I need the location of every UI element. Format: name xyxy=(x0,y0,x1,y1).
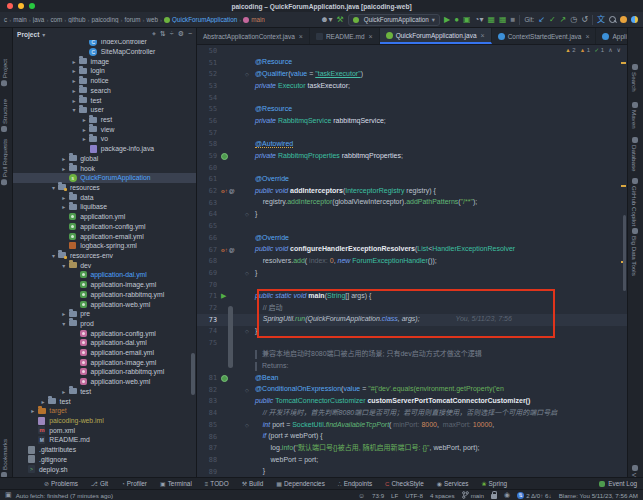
tree-item-test[interactable]: ▸test xyxy=(13,95,196,105)
close-icon[interactable]: × xyxy=(369,33,373,40)
close-icon[interactable]: × xyxy=(481,32,485,39)
breadcrumb-item-QuickForumApplication[interactable]: QuickForumApplication xyxy=(164,16,237,23)
expand-collapse-icon[interactable]: ⇅ xyxy=(160,30,166,38)
chevron-collapsed-icon[interactable]: ▸ xyxy=(59,194,68,201)
chevron-collapsed-icon[interactable]: ▸ xyxy=(59,310,68,317)
fold-icon[interactable]: ◇ xyxy=(239,71,255,77)
breadcrumb-item-c[interactable]: c xyxy=(4,16,7,23)
tree-item-deploy.sh[interactable]: >deploy.sh xyxy=(13,464,196,474)
chevron-collapsed-icon[interactable]: ▸ xyxy=(39,398,48,405)
tree-item-notice[interactable]: ▸notice xyxy=(13,76,196,86)
tree-item-user[interactable]: ▾user xyxy=(13,105,196,115)
tree-item-application-image.yml[interactable]: application-image.yml xyxy=(13,357,196,367)
editor-scrollbar[interactable] xyxy=(623,215,626,291)
tree-item-application-rabbitmq.yml[interactable]: application-rabbitmq.yml xyxy=(13,367,196,377)
tree-item-application-image.yml[interactable]: application-image.yml xyxy=(13,280,196,290)
breadcrumb-item-com[interactable]: com xyxy=(50,16,62,23)
toolwindow-git[interactable]: ⎇Git xyxy=(91,480,108,487)
breadcrumb-item-main[interactable]: main xyxy=(243,16,265,23)
tree-item-application-web.yml[interactable]: application-web.yml xyxy=(13,299,196,309)
breadcrumb-item-paicoding[interactable]: paicoding xyxy=(91,16,118,23)
tool-window-toggle-icon[interactable]: ▣ xyxy=(5,491,12,499)
tree-item-login[interactable]: ▸login xyxy=(13,66,196,76)
tree-item-IndexController[interactable]: CIndexController xyxy=(13,40,196,47)
prev-problem-icon[interactable]: ∧ xyxy=(608,46,612,53)
chevron-collapsed-icon[interactable]: ▸ xyxy=(80,135,89,142)
translate-icon[interactable]: 文 xyxy=(597,16,605,24)
indent-setting[interactable]: 4 spaces xyxy=(430,492,455,499)
tab-ContextStartedEvent.java[interactable]: ContextStartedEvent.java× xyxy=(492,28,597,44)
override-icon[interactable]: o↑ xyxy=(221,188,228,194)
close-icon[interactable]: × xyxy=(299,33,303,40)
chevron-collapsed-icon[interactable]: ▸ xyxy=(70,58,79,65)
toolwindow-build[interactable]: ⚒Build xyxy=(242,480,264,487)
tree-item-application-email.yml[interactable]: application-email.yml xyxy=(13,231,196,241)
tree-item-vo[interactable]: ▸vo xyxy=(13,134,196,144)
chevron-expanded-icon[interactable]: ▾ xyxy=(49,184,58,191)
sidebar-item-search[interactable]: Search xyxy=(631,64,638,92)
tab-README.md[interactable]: README.md× xyxy=(310,28,380,44)
chevron-collapsed-icon[interactable]: ▸ xyxy=(28,407,37,414)
chevron-collapsed-icon[interactable]: ▸ xyxy=(70,67,79,74)
stop-icon[interactable]: ■ xyxy=(511,16,516,24)
tree-item-application-dal.yml[interactable]: application-dal.yml xyxy=(13,338,196,348)
tab-QuickForumApplication.java[interactable]: QuickForumApplication.java× xyxy=(380,28,492,44)
notifications-icon[interactable] xyxy=(620,16,627,23)
settings-icon[interactable]: ⚙ xyxy=(178,30,184,38)
toolwindow-spring[interactable]: ❀Spring xyxy=(482,480,508,487)
tree-item-logback-spring.xml[interactable]: logback-spring.xml xyxy=(13,241,196,251)
tree-item-application-rabbitmq.yml[interactable]: application-rabbitmq.yml xyxy=(13,289,196,299)
toolwindow-problems[interactable]: ⊘Problems xyxy=(44,480,78,487)
run-configuration-select[interactable]: QuickForumApplication ▾ xyxy=(348,14,440,26)
toolwindow-checkstyle[interactable]: CCheckStyle xyxy=(385,480,424,487)
tree-item-global[interactable]: ▸global xyxy=(13,154,196,164)
tree-item-liquibase[interactable]: ▸liquibase xyxy=(13,202,196,212)
breadcrumb-item-web[interactable]: web xyxy=(147,16,159,23)
spring-bean-icon[interactable] xyxy=(221,153,228,160)
tree-item-package-info.java[interactable]: package-info.java xyxy=(13,144,196,154)
sidebar-item-project[interactable]: Project xyxy=(1,59,8,86)
sidebar-item-github-copilot[interactable]: GitHub Copilot xyxy=(631,178,638,226)
tree-item-view[interactable]: ▸view xyxy=(13,124,196,134)
chevron-expanded-icon[interactable]: ▾ xyxy=(59,262,68,269)
fold-icon[interactable]: ◇ xyxy=(239,328,255,334)
tree-item-.gitattributes[interactable]: .gitattributes xyxy=(13,445,196,455)
fold-icon[interactable]: ◇ xyxy=(239,422,255,428)
sidebar-item-structure[interactable]: Structure xyxy=(1,99,8,132)
tree-item-rest[interactable]: ▸rest xyxy=(13,115,196,125)
chevron-collapsed-icon[interactable]: ▸ xyxy=(70,97,79,104)
code-editor[interactable]: 5051@Resource52◇@Qualifier(value = "task… xyxy=(197,45,627,477)
tab-ApplicationContext.java[interactable]: ApplicationContext.java xyxy=(596,28,627,44)
breadcrumb-item-java[interactable]: java xyxy=(33,16,45,23)
lock-icon[interactable] xyxy=(491,494,497,499)
toolwindow-terminal[interactable]: ▣Terminal xyxy=(160,480,192,487)
breadcrumb-item-github[interactable]: github xyxy=(68,16,85,23)
breadcrumb-item-forum[interactable]: forum xyxy=(124,16,140,23)
tree-item-resources-env[interactable]: ▾resources-env xyxy=(13,251,196,261)
git-branch-widget[interactable]: main xyxy=(462,491,484,499)
debug-icon[interactable]: ● xyxy=(454,16,459,24)
tree-scrollbar[interactable] xyxy=(191,353,195,395)
spring-bean-icon[interactable] xyxy=(221,375,228,382)
tree-item-pre[interactable]: ▸pre xyxy=(13,309,196,319)
tree-item-QuickForumApplication[interactable]: sQuickForumApplication xyxy=(13,173,196,183)
code-with-me-icon[interactable]: ◉ xyxy=(504,491,510,499)
build-hammer-icon[interactable]: ⚒ xyxy=(337,16,344,24)
restart-debug-icon[interactable]: ▦ xyxy=(499,16,507,24)
chevron-collapsed-icon[interactable]: ▸ xyxy=(80,116,89,123)
tree-item-paicoding-web.iml[interactable]: paicoding-web.iml xyxy=(13,416,196,426)
chevron-expanded-icon[interactable]: ▾ xyxy=(49,252,58,259)
fold-icon[interactable]: ◇ xyxy=(239,211,255,217)
tree-item-test[interactable]: ▸test xyxy=(13,387,196,397)
tree-item-prod[interactable]: ▾prod xyxy=(13,319,196,329)
chevron-collapsed-icon[interactable]: ▸ xyxy=(59,155,68,162)
fold-icon[interactable]: ◇ xyxy=(239,270,255,276)
profiler-icon[interactable]: ◔▾ xyxy=(475,16,484,24)
tree-item-.gitignore[interactable]: .gitignore xyxy=(13,455,196,465)
tree-item-data[interactable]: ▸data xyxy=(13,192,196,202)
rollback-icon[interactable]: ↺ xyxy=(581,16,588,24)
stripe-warning-mark[interactable] xyxy=(621,62,626,64)
git-update-icon[interactable]: ↙ xyxy=(538,16,545,24)
tree-item-test[interactable]: ▸test xyxy=(13,396,196,406)
stripe-warning-mark[interactable] xyxy=(621,185,626,187)
